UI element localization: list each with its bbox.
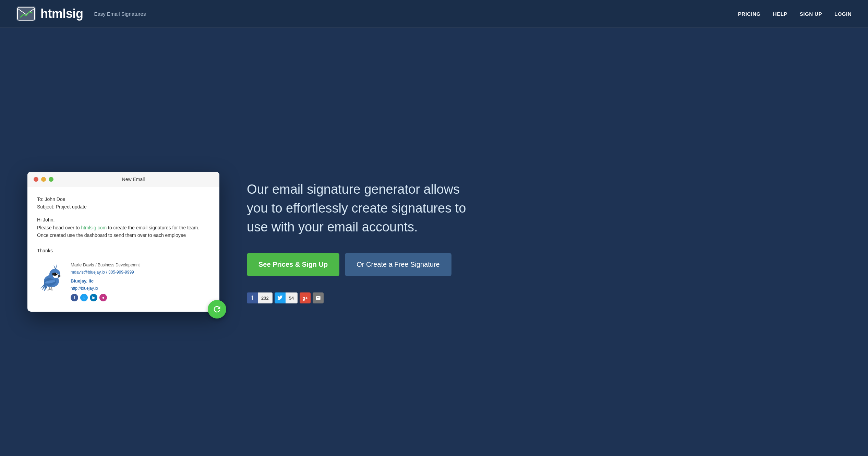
sig-title: / Business Developemnt — [95, 263, 140, 267]
logo-tagline: Easy Email Signatures — [94, 11, 146, 17]
dot-yellow — [41, 177, 46, 182]
tw-share-count: 54 — [275, 292, 298, 303]
sig-linkedin-icon: in — [90, 294, 97, 301]
hero-headline: Our email signature generator allows you… — [247, 180, 480, 237]
fb-count: 232 — [258, 292, 273, 303]
logo-icon — [16, 6, 36, 21]
nav-pricing[interactable]: PRICING — [738, 11, 761, 17]
dot-red — [34, 177, 38, 182]
email-subject: Subject: Project update — [37, 203, 210, 211]
email-greeting: Hi John, — [37, 216, 210, 224]
logo-area: htmlsig Easy Email Signatures — [16, 6, 146, 21]
fb-share-count: f 232 — [247, 292, 273, 303]
free-signature-button[interactable]: Or Create a Free Signature — [345, 253, 451, 276]
sig-info: Marie Davis / Business Developemnt mdavi… — [71, 261, 140, 301]
site-header: htmlsig Easy Email Signatures PRICING HE… — [0, 0, 868, 28]
refresh-icon — [212, 304, 222, 314]
nav-login[interactable]: LOGIN — [834, 11, 852, 17]
email-share-icon — [313, 292, 324, 303]
email-mockup-wrapper: New Email To: John Doe Subject: Project … — [27, 172, 219, 312]
twitter-icon — [275, 292, 286, 303]
window-dots — [34, 177, 53, 182]
body-link[interactable]: htmlsig.com — [81, 225, 107, 230]
see-prices-button[interactable]: See Prices & Sign Up — [247, 253, 339, 276]
svg-point-8 — [56, 273, 57, 274]
email-meta: To: John Doe Subject: Project update — [37, 195, 210, 211]
googleplus-icon: g+ — [300, 292, 311, 303]
tw-count: 54 — [286, 292, 298, 303]
nav-help[interactable]: HELP — [773, 11, 787, 17]
sig-twitter-icon: t — [80, 294, 88, 301]
main-content: New Email To: John Doe Subject: Project … — [0, 28, 868, 456]
svg-rect-1 — [17, 7, 35, 20]
refresh-button[interactable] — [208, 300, 226, 319]
email-to: To: John Doe — [37, 195, 210, 203]
sig-social-icons: f t in ● — [71, 294, 140, 301]
body-text-1: Please head over to — [37, 225, 81, 230]
sig-facebook-icon: f — [71, 294, 78, 301]
logo-text: htmlsig — [40, 7, 83, 21]
nav-signup[interactable]: SIGN UP — [800, 11, 822, 17]
svg-point-7 — [55, 273, 57, 275]
sig-company: Bluejay, llc — [71, 277, 140, 285]
window-titlebar: New Email — [27, 172, 219, 187]
social-proof-bar: f 232 54 g+ — [247, 292, 480, 303]
sig-url: http://bluejay.io — [71, 285, 140, 292]
dot-green — [49, 177, 53, 182]
sig-name-text: Marie Davis — [71, 262, 94, 267]
facebook-icon: f — [247, 292, 258, 303]
cta-buttons: See Prices & Sign Up Or Create a Free Si… — [247, 253, 480, 276]
email-body: To: John Doe Subject: Project update Hi … — [27, 187, 219, 312]
sig-contact: mdavis@bluejay.io / 305-999-9999 — [71, 269, 140, 276]
signature-bird — [37, 261, 64, 292]
email-content: Hi John, Please head over to htmlsig.com… — [37, 216, 210, 254]
hero-content: Our email signature generator allows you… — [247, 180, 480, 303]
sig-name: Marie Davis / Business Developemnt — [71, 261, 140, 269]
email-body-text: Please head over to htmlsig.com to creat… — [37, 224, 210, 239]
main-nav: PRICING HELP SIGN UP LOGIN — [738, 11, 852, 17]
email-thanks: Thanks — [37, 247, 210, 254]
sig-instagram-icon: ● — [99, 294, 107, 301]
email-signature: Marie Davis / Business Developemnt mdavi… — [37, 261, 210, 301]
email-window: New Email To: John Doe Subject: Project … — [27, 172, 219, 312]
email-window-title: New Email — [53, 177, 213, 182]
